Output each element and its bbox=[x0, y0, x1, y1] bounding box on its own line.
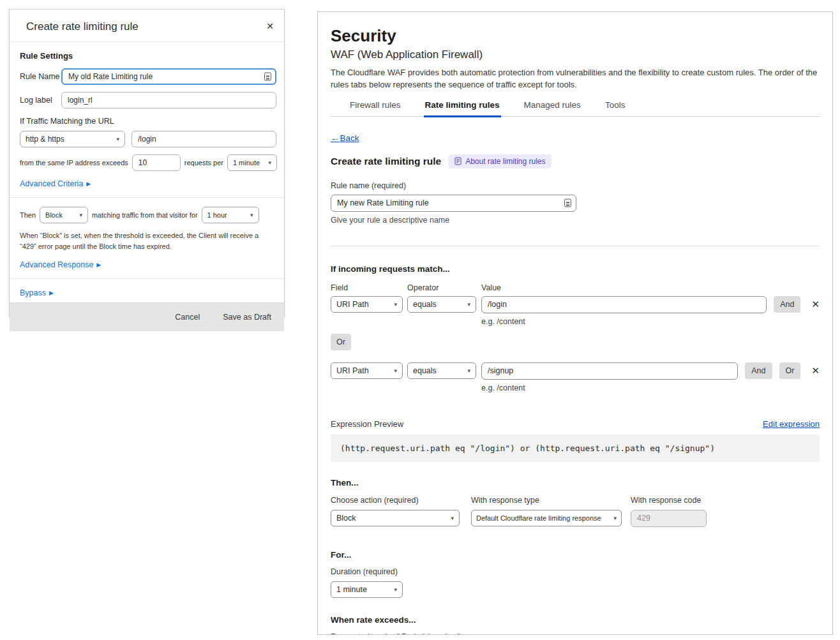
dialog-body: Rule Settings Rule Name Log label If Tra… bbox=[10, 42, 284, 302]
operator-select-2[interactable]: equals ▾ bbox=[407, 362, 476, 379]
incoming-requests-heading: If incoming requests match... bbox=[331, 264, 820, 274]
field-select-1[interactable]: URI Path ▾ bbox=[331, 296, 403, 313]
cancel-button[interactable]: Cancel bbox=[175, 313, 200, 322]
rule-name-block: Rule name (required) Give your rule a de… bbox=[331, 181, 820, 225]
rate-exceeds-heading: When rate exceeds... bbox=[331, 615, 820, 625]
log-label-label: Log label bbox=[20, 96, 61, 105]
chevron-down-icon: ▾ bbox=[394, 586, 397, 593]
traffic-matching-label: If Traffic Matching the URL bbox=[20, 117, 276, 126]
action-select[interactable]: Block ▾ bbox=[331, 510, 460, 526]
response-code-label: With response code bbox=[631, 496, 707, 505]
dialog-title: Create rate limiting rule bbox=[26, 20, 139, 33]
response-type-label: With response type bbox=[471, 496, 622, 505]
value-hint-2: e.g. /content bbox=[481, 383, 820, 392]
chevron-down-icon: ▾ bbox=[80, 212, 83, 218]
action-select[interactable]: Block ▾ bbox=[40, 207, 88, 223]
field-select-2[interactable]: URI Path ▾ bbox=[331, 362, 403, 379]
expression-preview-row: Expression Preview Edit expression bbox=[331, 419, 820, 429]
tab-firewall-rules[interactable]: Firewall rules bbox=[349, 100, 402, 117]
document-icon bbox=[454, 157, 461, 165]
create-rate-limiting-rule-dialog: Create rate limiting rule ✕ Rule Setting… bbox=[9, 9, 285, 317]
matching-text: matching traffic from that visitor for bbox=[92, 211, 197, 219]
response-code-input bbox=[631, 510, 707, 527]
dialog-footer: Cancel Save as Draft bbox=[10, 302, 284, 331]
tab-tools[interactable]: Tools bbox=[604, 100, 627, 117]
and-button-1[interactable]: And bbox=[774, 296, 800, 313]
value-input-1[interactable] bbox=[481, 296, 767, 313]
for-heading: For... bbox=[331, 550, 820, 560]
then-row: Then Block ▾ matching traffic from that … bbox=[20, 207, 276, 223]
rule-name-input[interactable] bbox=[331, 195, 576, 212]
or-button-2[interactable]: Or bbox=[779, 362, 801, 379]
then-heading: Then... bbox=[331, 478, 820, 487]
url-input[interactable] bbox=[131, 131, 276, 147]
block-duration-select[interactable]: 1 hour ▾ bbox=[202, 207, 259, 223]
arrow-right-icon: ▶ bbox=[96, 262, 101, 268]
requests-count-input[interactable] bbox=[132, 154, 181, 171]
field-label: Field bbox=[331, 283, 407, 292]
back-link[interactable]: ←Back bbox=[331, 133, 359, 143]
bypass-link[interactable]: Bypass ▶ bbox=[20, 288, 276, 297]
autofill-icon bbox=[564, 199, 571, 207]
chevron-down-icon: ▾ bbox=[394, 301, 397, 308]
period-label: Period (required) bbox=[401, 632, 471, 635]
form-title: Create rate limiting rule bbox=[331, 156, 441, 167]
waf-tabs: Firewall rules Rate limiting rules Manag… bbox=[331, 100, 820, 117]
operator-label: Operator bbox=[407, 283, 481, 292]
period-select[interactable]: 1 minute ▾ bbox=[227, 154, 277, 171]
requests-label: Requests (required) bbox=[331, 632, 396, 635]
condition-labels: Field Operator Value bbox=[331, 283, 820, 292]
expression-preview-label: Expression Preview bbox=[331, 419, 403, 429]
page-description: The Cloudflare WAF provides both automat… bbox=[331, 67, 820, 91]
tab-rate-limiting-rules[interactable]: Rate limiting rules bbox=[424, 100, 501, 117]
and-button-2[interactable]: And bbox=[745, 362, 772, 379]
rule-name-input[interactable] bbox=[61, 68, 276, 85]
expression-code: (http.request.uri.path eq "/login") or (… bbox=[331, 435, 820, 462]
back-arrow-icon: ← bbox=[331, 133, 340, 143]
url-match-row: http & https ▾ bbox=[20, 131, 276, 147]
about-rate-limiting-rules-badge[interactable]: About rate limiting rules bbox=[449, 154, 551, 168]
chevron-down-icon: ▾ bbox=[268, 160, 271, 166]
close-icon[interactable]: ✕ bbox=[265, 20, 275, 32]
divider bbox=[10, 197, 284, 198]
choose-action-label: Choose action (required) bbox=[331, 496, 460, 505]
condition-row-2: URI Path ▾ equals ▾ And Or ✕ bbox=[331, 362, 820, 380]
threshold-text: from the same IP address exceeds bbox=[20, 159, 128, 167]
tab-managed-rules[interactable]: Managed rules bbox=[523, 100, 582, 117]
waf-panel: Security WAF (Web Application Firewall) … bbox=[317, 11, 833, 635]
then-text: Then bbox=[20, 211, 36, 219]
chevron-down-icon: ▾ bbox=[394, 368, 397, 374]
duration-label: Duration (required) bbox=[331, 567, 820, 576]
dialog-header: Create rate limiting rule ✕ bbox=[10, 10, 284, 42]
advanced-response-link[interactable]: Advanced Response ▶ bbox=[20, 260, 276, 269]
chevron-down-icon: ▾ bbox=[116, 136, 119, 142]
duration-select[interactable]: 1 minute ▾ bbox=[331, 581, 403, 598]
log-label-row: Log label bbox=[20, 92, 276, 108]
log-label-input[interactable] bbox=[61, 92, 276, 108]
page-title: Security bbox=[331, 26, 820, 46]
or-button-standalone[interactable]: Or bbox=[331, 334, 351, 350]
arrow-right-icon: ▶ bbox=[86, 181, 91, 187]
save-as-draft-button[interactable]: Save as Draft bbox=[223, 313, 271, 322]
edit-expression-link[interactable]: Edit expression bbox=[763, 419, 820, 429]
block-note: When “Block” is set, when the threshold … bbox=[20, 230, 270, 252]
value-input-2[interactable] bbox=[481, 362, 738, 380]
chevron-down-icon: ▾ bbox=[613, 515, 617, 521]
rule-settings-heading: Rule Settings bbox=[20, 51, 276, 61]
value-hint-1: e.g. /content bbox=[481, 317, 820, 326]
rule-name-row: Rule Name bbox=[20, 68, 276, 85]
value-label: Value bbox=[481, 283, 501, 292]
chevron-down-icon: ▾ bbox=[467, 301, 470, 308]
chevron-down-icon: ▾ bbox=[467, 368, 470, 374]
response-type-select[interactable]: Default Cloudflare rate limiting respons… bbox=[471, 510, 622, 526]
remove-condition-2-icon[interactable]: ✕ bbox=[811, 365, 820, 376]
page-subtitle: WAF (Web Application Firewall) bbox=[331, 48, 820, 61]
form-title-row: Create rate limiting rule About rate lim… bbox=[331, 154, 820, 168]
requests-per-text: requests per bbox=[184, 159, 223, 167]
advanced-criteria-link[interactable]: Advanced Criteria ▶ bbox=[20, 179, 276, 188]
divider bbox=[331, 246, 820, 246]
scheme-select[interactable]: http & https ▾ bbox=[20, 131, 125, 147]
rule-name-label: Rule name (required) bbox=[331, 181, 820, 190]
remove-condition-1-icon[interactable]: ✕ bbox=[811, 299, 820, 310]
operator-select-1[interactable]: equals ▾ bbox=[407, 296, 476, 313]
